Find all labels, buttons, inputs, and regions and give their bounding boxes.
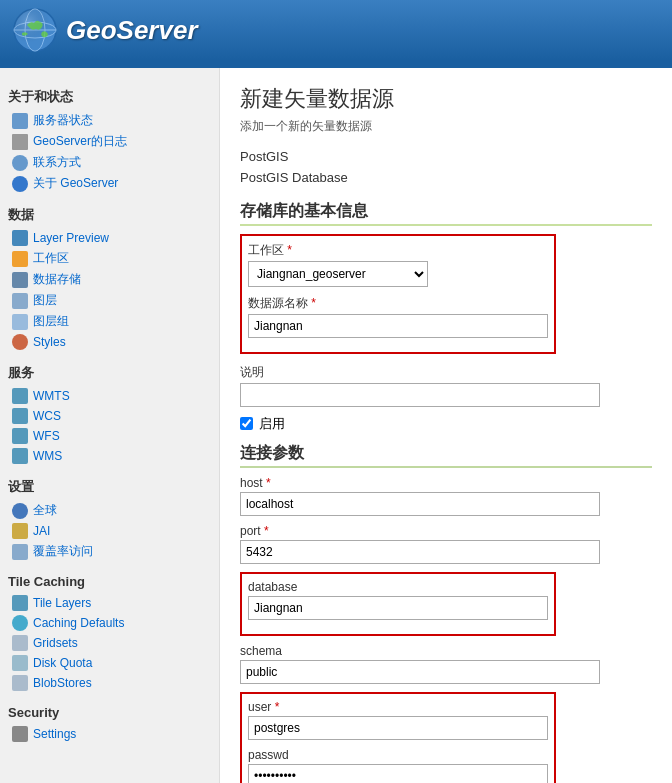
logo-text: GeoServer	[66, 15, 198, 46]
global-icon	[12, 503, 28, 519]
db-icon	[12, 272, 28, 288]
layergroup-icon	[12, 314, 28, 330]
section-about-title: 关于和状态	[8, 88, 211, 106]
description-input[interactable]	[240, 383, 600, 407]
lock-icon	[12, 726, 28, 742]
sidebar-item-datastores[interactable]: 数据存储	[8, 269, 211, 290]
port-group: port *	[240, 524, 640, 564]
host-input[interactable]	[240, 492, 600, 516]
blobstore-icon	[12, 675, 28, 691]
sidebar-item-caching-defaults[interactable]: Caching Defaults	[8, 613, 211, 633]
page-subtitle: 添加一个新的矢量数据源	[240, 118, 652, 135]
page-title: 新建矢量数据源	[240, 84, 652, 114]
diskquota-icon	[12, 655, 28, 671]
datasource-name-label: 数据源名称 *	[248, 295, 548, 312]
svg-point-4	[14, 9, 56, 51]
sidebar-item-styles[interactable]: Styles	[8, 332, 211, 352]
layers-icon	[12, 293, 28, 309]
section-services-title: 服务	[8, 364, 211, 382]
coverage-icon	[12, 544, 28, 560]
sidebar-item-wmts[interactable]: WMTS	[8, 386, 211, 406]
sidebar-item-gridsets[interactable]: Gridsets	[8, 633, 211, 653]
globe-icon	[12, 7, 58, 53]
database-label: database	[248, 580, 548, 594]
passwd-input[interactable]	[248, 764, 548, 783]
doc-icon	[12, 134, 28, 150]
sidebar-item-layer-preview[interactable]: Layer Preview	[8, 228, 211, 248]
workspace-label: 工作区 *	[248, 242, 548, 259]
sidebar-item-blobstores[interactable]: BlobStores	[8, 673, 211, 693]
enabled-row: 启用	[240, 415, 652, 433]
connection-section-title: 连接参数	[240, 443, 652, 468]
chain-icon	[12, 155, 28, 171]
wms-icon	[12, 448, 28, 464]
sidebar-item-wcs[interactable]: WCS	[8, 406, 211, 426]
passwd-group: passwd	[248, 748, 548, 783]
layer-preview-icon	[12, 230, 28, 246]
datasource-name-group: 数据源名称 *	[248, 295, 548, 338]
basic-info-section-title: 存储库的基本信息	[240, 201, 652, 226]
database-group: database	[248, 580, 548, 620]
sidebar-item-jai[interactable]: JAI	[8, 521, 211, 541]
enabled-checkbox[interactable]	[240, 417, 253, 430]
jai-icon	[12, 523, 28, 539]
datasource-name-input[interactable]	[248, 314, 548, 338]
user-label: user *	[248, 700, 548, 714]
workspace-group: 工作区 * Jiangnan_geoserver	[248, 242, 548, 287]
description-label: 说明	[240, 364, 640, 381]
port-label: port *	[240, 524, 640, 538]
wfs-icon	[12, 428, 28, 444]
sidebar-item-workspace[interactable]: 工作区	[8, 248, 211, 269]
section-data-title: 数据	[8, 206, 211, 224]
sidebar-item-layers[interactable]: 图层	[8, 290, 211, 311]
top-bar	[0, 60, 672, 68]
user-input[interactable]	[248, 716, 548, 740]
main-content: 新建矢量数据源 添加一个新的矢量数据源 PostGIS PostGIS Data…	[220, 68, 672, 783]
sidebar: 关于和状态 服务器状态 GeoServer的日志 联系方式 关于 GeoServ…	[0, 68, 220, 783]
folder-icon	[12, 251, 28, 267]
datasource-type: PostGIS PostGIS Database	[240, 147, 652, 189]
schema-label: schema	[240, 644, 640, 658]
sidebar-item-layergroups[interactable]: 图层组	[8, 311, 211, 332]
info-icon	[12, 176, 28, 192]
section-settings-title: 设置	[8, 478, 211, 496]
port-input[interactable]	[240, 540, 600, 564]
caching-icon	[12, 615, 28, 631]
sidebar-item-global[interactable]: 全球	[8, 500, 211, 521]
wcs-icon	[12, 408, 28, 424]
user-group: user *	[248, 700, 548, 740]
monitor-icon	[12, 113, 28, 129]
tilelayers-icon	[12, 595, 28, 611]
sidebar-item-about[interactable]: 关于 GeoServer	[8, 173, 211, 194]
app-header: GeoServer	[0, 0, 672, 60]
styles-icon	[12, 334, 28, 350]
database-input[interactable]	[248, 596, 548, 620]
sidebar-item-disk-quota[interactable]: Disk Quota	[8, 653, 211, 673]
schema-input[interactable]	[240, 660, 600, 684]
wmts-icon	[12, 388, 28, 404]
description-group: 说明	[240, 364, 640, 407]
passwd-label: passwd	[248, 748, 548, 762]
sidebar-item-geoserver-log[interactable]: GeoServer的日志	[8, 131, 211, 152]
logo: GeoServer	[12, 7, 198, 53]
sidebar-item-coverage[interactable]: 覆盖率访问	[8, 541, 211, 562]
section-security-title: Security	[8, 705, 211, 720]
sidebar-item-tile-layers[interactable]: Tile Layers	[8, 593, 211, 613]
enabled-label: 启用	[259, 415, 285, 433]
sidebar-item-server-status[interactable]: 服务器状态	[8, 110, 211, 131]
workspace-select[interactable]: Jiangnan_geoserver	[248, 261, 428, 287]
sidebar-item-settings[interactable]: Settings	[8, 724, 211, 744]
sidebar-item-wms[interactable]: WMS	[8, 446, 211, 466]
section-tile-caching-title: Tile Caching	[8, 574, 211, 589]
sidebar-item-contact[interactable]: 联系方式	[8, 152, 211, 173]
host-label: host *	[240, 476, 640, 490]
sidebar-item-wfs[interactable]: WFS	[8, 426, 211, 446]
host-group: host *	[240, 476, 640, 516]
gridsets-icon	[12, 635, 28, 651]
schema-group: schema	[240, 644, 640, 684]
